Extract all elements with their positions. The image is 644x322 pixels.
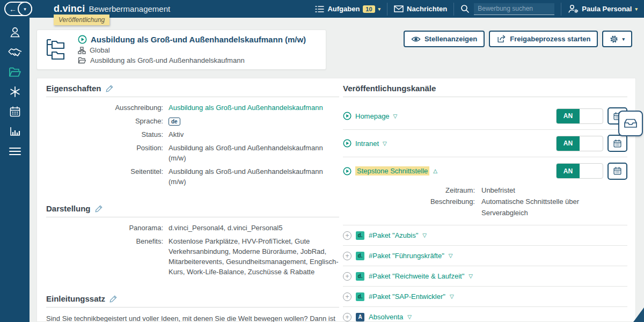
channel-toggle[interactable]: AN: [556, 136, 603, 151]
dvinci-logo-icon: d.: [356, 231, 364, 240]
asterisk-icon: [9, 86, 21, 98]
sidebar-item-calendar[interactable]: [7, 105, 23, 118]
job-header-card: Ausbildung als Groß-und Außenhandelskauf…: [36, 30, 326, 70]
dvinci-logo-icon: d.: [356, 272, 364, 281]
channels-heading-label: Veröffentlichungskanäle: [343, 84, 436, 93]
search-icon: [460, 4, 470, 13]
portal-row: + d. #Paket "Azubis" ▽: [343, 225, 627, 246]
toggle-on-label: AN: [557, 136, 580, 151]
org-tree-icon: [78, 47, 86, 54]
right-column: Veröffentlichungskanäle Homepage ▽ AN: [343, 84, 627, 322]
plus-circle-icon[interactable]: +: [343, 313, 352, 321]
properties-section-heading: Eigenschaften: [46, 84, 339, 97]
channel-toggle[interactable]: AN: [556, 163, 603, 179]
schedule-calendar-button[interactable]: [608, 163, 627, 180]
chevron-down-icon[interactable]: ▽: [422, 232, 427, 238]
search-area: [454, 3, 561, 15]
person-icon: [9, 26, 21, 39]
sidebar-item-onboarding[interactable]: [7, 46, 23, 58]
action-buttons: Stellenanzeigen Freigabeprozess starten: [404, 31, 632, 47]
top-nav: Aufgaben 10 ▾ Nachrichten: [309, 0, 644, 18]
einleitung-section-heading: Einleitungssatz: [46, 294, 339, 308]
tasks-count-badge: 10: [363, 5, 375, 13]
property-label: Sprache:: [46, 116, 169, 126]
edit-pencil-icon[interactable]: [95, 204, 103, 213]
chevron-up-icon[interactable]: △: [433, 168, 437, 174]
portal-link[interactable]: #Paket "Reichweite & Laufzeit": [369, 272, 464, 280]
chevron-down-icon[interactable]: ▽: [393, 113, 398, 119]
messages-menu[interactable]: Nachrichten: [387, 5, 453, 13]
back-button[interactable]: ← ▾: [4, 2, 32, 16]
property-label: Benefits:: [46, 236, 169, 277]
chevron-down-icon[interactable]: ▽: [407, 314, 412, 320]
settings-dropdown-button[interactable]: ▾: [602, 31, 632, 47]
channel-block-stepstone: Stepstone Schnittstelle △ AN: [343, 157, 627, 225]
property-label: Ausschreibung:: [46, 103, 169, 113]
edit-pencil-icon[interactable]: [109, 295, 118, 303]
stellenanzeigen-button[interactable]: Stellenanzeigen: [404, 31, 485, 47]
property-label: Panorama:: [46, 223, 169, 233]
property-row: Panorama: d.vinci_Personal4, d.vinci_Per…: [46, 223, 339, 233]
eye-icon: [411, 36, 421, 42]
plus-circle-icon[interactable]: +: [343, 272, 352, 281]
sidebar-item-menu[interactable]: [7, 145, 23, 158]
caret-down-icon: ▾: [378, 6, 381, 12]
portal-row: + A Absolventa ▽: [343, 307, 627, 322]
left-column: Eigenschaften Ausschreibung: Ausbildung …: [46, 84, 339, 322]
channel-link[interactable]: Intranet: [355, 140, 379, 148]
sidebar-item-statistics[interactable]: [7, 125, 23, 138]
channel-toggle[interactable]: AN: [556, 108, 603, 124]
portal-link[interactable]: #Paket "Führungskräfte": [369, 252, 444, 260]
sidebar: [0, 0, 30, 322]
menu-icon: [9, 147, 21, 156]
sidebar-item-talentpool[interactable]: [7, 85, 23, 98]
gear-icon: [610, 35, 618, 43]
channel-row-homepage: Homepage ▽ AN: [343, 103, 627, 130]
dvinci-logo-icon: d.: [356, 252, 364, 260]
dvinci-logo-icon: d.: [356, 292, 364, 301]
search-input[interactable]: [474, 3, 554, 15]
einleitung-heading-label: Einleitungssatz: [46, 294, 105, 303]
plus-circle-icon[interactable]: +: [343, 231, 352, 240]
portal-link[interactable]: Absolventa: [369, 313, 403, 321]
schedule-calendar-button[interactable]: [608, 135, 627, 152]
tasks-menu[interactable]: Aufgaben 10 ▾: [309, 5, 387, 13]
chevron-down-icon[interactable]: ▽: [450, 294, 454, 299]
tasks-label: Aufgaben: [327, 5, 360, 13]
user-label: Paula Personal: [582, 5, 632, 13]
user-settings-icon: [568, 4, 579, 13]
chevron-down-icon[interactable]: ▽: [449, 253, 453, 259]
chevron-down-icon[interactable]: ▽: [383, 141, 387, 147]
channel-link-highlighted[interactable]: Stepstone Schnittstelle: [355, 166, 429, 175]
envelope-icon: [394, 5, 404, 12]
channel-detail-row: Beschreibung: Automatische Schnittstelle…: [343, 196, 627, 218]
edit-pencil-icon[interactable]: [106, 84, 114, 92]
share-forward-icon: [496, 34, 506, 43]
play-circle-icon: [343, 167, 352, 175]
ausschreibung-link[interactable]: Ausbildung als Groß-und Außenhandelskauf…: [169, 104, 323, 112]
app-logo[interactable]: d.vinci Bewerbermanagement: [54, 3, 170, 14]
portal-link[interactable]: #Paket "Azubis": [369, 231, 418, 239]
sidebar-item-jobs[interactable]: [7, 65, 23, 78]
handshake-icon: [8, 47, 23, 57]
inbox-slideout-tab[interactable]: [618, 111, 643, 136]
freigabeprozess-button[interactable]: Freigabeprozess starten: [489, 31, 598, 47]
property-value: d.vinci_Personal4, d.vinci_Personal5: [169, 223, 339, 233]
property-value: Ausbildung als Groß-und Außenhandelskauf…: [169, 166, 339, 187]
inbox-tray-icon: [624, 119, 638, 128]
channel-link[interactable]: Homepage: [355, 112, 390, 120]
channel-detail-row: Zeitraum: Unbefristet: [343, 185, 627, 196]
user-menu[interactable]: Paula Personal ▾: [561, 4, 644, 13]
plus-circle-icon[interactable]: +: [343, 252, 352, 260]
chevron-down-icon[interactable]: ▽: [469, 273, 473, 279]
play-circle-icon: [343, 112, 352, 120]
portal-link[interactable]: #Paket "SAP-Entwickler": [369, 292, 445, 301]
toggle-on-label: AN: [557, 164, 580, 178]
back-dropdown-toggle[interactable]: ▾: [18, 2, 32, 16]
sidebar-item-applicants[interactable]: [7, 26, 23, 39]
einleitung-text: Sind Sie technikbegeistert und voller Id…: [46, 313, 339, 322]
plus-circle-icon[interactable]: +: [343, 292, 352, 301]
property-value: Ausbildung als Groß-und Außenhandelskauf…: [169, 143, 339, 163]
detail-label: Zeitraum:: [343, 185, 481, 196]
caret-down-icon: ▾: [622, 36, 625, 42]
